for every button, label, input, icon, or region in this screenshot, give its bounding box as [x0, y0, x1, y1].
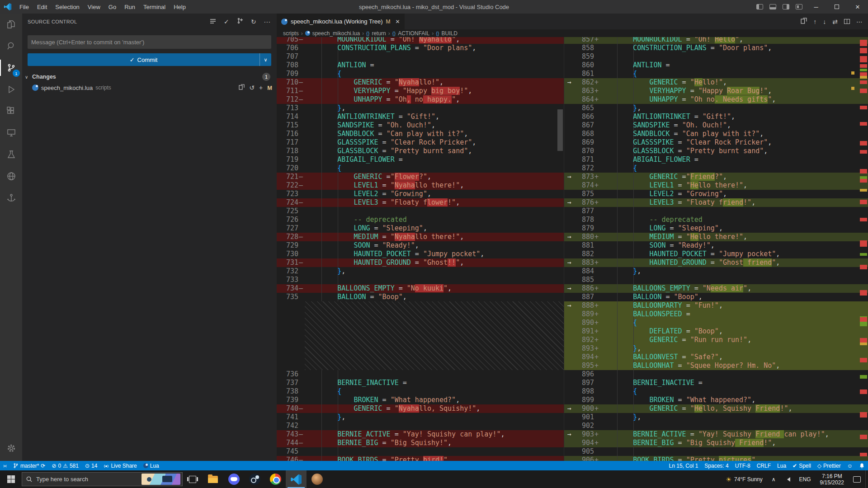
code-line[interactable]: 871 ABIGAIL_FLOWER = [564, 155, 868, 164]
weather-widget[interactable]: ☀ 74°F Sunny [721, 470, 767, 488]
code-line[interactable]: →880+ MEDIUM = "Hello there!", [564, 233, 868, 241]
code-line[interactable]: 878 -- deprecated [564, 216, 868, 224]
problems-indicator[interactable]: ⊘ 0 ⚠ 581 [48, 461, 82, 470]
line-number[interactable]: 714 [277, 113, 298, 121]
menu-edit[interactable]: Edit [33, 0, 51, 14]
cursor-position[interactable]: Ln 15, Col 1 [666, 461, 702, 470]
line-number[interactable]: 710 [277, 78, 298, 87]
code-line[interactable]: 731— HAUNTED_GROUND = "Ghost!!", [277, 258, 564, 267]
indentation[interactable]: Spaces: 4 [701, 461, 731, 470]
code-line[interactable]: 904+ BERNIE_BIG = "Big Squishy Friend!", [564, 439, 868, 447]
line-number[interactable]: 721 [277, 173, 298, 181]
code-line[interactable]: 891+ DEFLATED = "Boop", [564, 327, 868, 336]
code-line[interactable]: 719 ABIGAIL_FLOWER = [277, 155, 564, 164]
code-line[interactable]: 717 GLASSSPIKE = "Clear Rock Pricker", [277, 138, 564, 147]
close-button[interactable]: ✕ [847, 0, 868, 14]
line-number[interactable]: 891 [574, 327, 594, 336]
line-number[interactable]: 709 [277, 70, 298, 78]
code-line[interactable]: 881 SOON = "Ready!", [564, 241, 868, 250]
line-number[interactable]: 735 [277, 293, 298, 301]
code-line[interactable]: →900+ GENERIC = "Hello, Squishy Friend!"… [564, 404, 868, 413]
line-number[interactable]: 877 [574, 207, 594, 216]
line-number[interactable]: 892 [574, 336, 594, 344]
extra-counter[interactable]: ⊙ 14 [82, 461, 100, 470]
line-number[interactable]: 894 [574, 353, 594, 361]
code-line[interactable]: 733 [277, 276, 564, 284]
code-line[interactable]: 722— LEVEL1 = "Nyahallo there!", [277, 181, 564, 190]
line-number[interactable]: 727 [277, 224, 298, 233]
line-number[interactable]: 882 [574, 250, 594, 258]
line-number[interactable]: 902 [574, 422, 594, 430]
line-number[interactable]: 883 [574, 258, 594, 267]
line-number[interactable]: 720 [277, 164, 298, 173]
eol-sequence[interactable]: CRLF [754, 461, 774, 470]
line-number[interactable]: 858 [574, 44, 594, 52]
code-line[interactable]: 898 { [564, 387, 868, 396]
code-line[interactable]: 863+ VERYHAPPY = "Happy Roar Bug!", [564, 87, 868, 95]
line-number[interactable]: 716 [277, 130, 298, 138]
commit-message-input[interactable]: Message (Ctrl+Enter to commit on 'master… [28, 35, 271, 49]
code-line[interactable]: 720 { [277, 164, 564, 173]
breadcrumb-scripts[interactable]: scripts [283, 30, 299, 37]
menu-selection[interactable]: Selection [51, 0, 83, 14]
line-number[interactable]: 872 [574, 164, 594, 173]
search-icon[interactable] [0, 35, 22, 57]
line-number[interactable]: 861 [574, 70, 594, 78]
game-app-button[interactable] [307, 470, 327, 488]
open-file-icon[interactable] [239, 84, 245, 91]
create-branch-icon[interactable] [236, 18, 244, 25]
line-number[interactable]: 860 [574, 61, 594, 70]
commit-check-icon[interactable]: ✓ [222, 18, 231, 25]
code-line[interactable]: 713 }, [277, 104, 564, 113]
line-number[interactable]: 743 [277, 430, 298, 439]
code-line[interactable]: 885 [564, 276, 868, 284]
line-number[interactable]: 726 [277, 216, 298, 224]
line-number[interactable]: 873 [574, 173, 594, 181]
open-file-icon[interactable] [801, 18, 807, 25]
line-number[interactable]: 715 [277, 121, 298, 130]
line-number[interactable]: 895 [574, 361, 594, 370]
code-line[interactable]: →876+ LEVEL3 = "Floaty friend!", [564, 198, 868, 207]
code-line[interactable]: 735 BALLOON = "Boop", [277, 293, 564, 301]
line-number[interactable]: 734 [277, 284, 298, 293]
line-number[interactable]: 884 [574, 267, 594, 276]
code-line[interactable]: 894+ BALLOONVEST = "Safe?", [564, 353, 868, 361]
tab-speech-mikochi[interactable]: speech_mikochi.lua (Working Tree) M ✕ [277, 14, 405, 29]
code-line[interactable]: 895+ BALLOONHAT = "Squee Hopper? Hm. No"… [564, 361, 868, 370]
code-line[interactable]: 732 }, [277, 267, 564, 276]
line-number[interactable]: 905 [574, 447, 594, 456]
code-line[interactable]: 727 LONG = "Sleeping", [277, 224, 564, 233]
commit-button[interactable]: ✓ Commit ∨ [28, 53, 271, 66]
toggle-secondary-sidebar-icon[interactable] [783, 4, 789, 9]
breadcrumb-return[interactable]: return [372, 30, 386, 37]
code-line[interactable]: 738 { [277, 387, 564, 396]
prettier-status[interactable]: ◇ Prettier [814, 461, 844, 470]
code-line[interactable]: 712— UNHAPPY = "Oh, no happy.", [277, 95, 564, 104]
start-button[interactable] [0, 470, 22, 488]
line-number[interactable]: 737 [277, 379, 298, 387]
file-explorer-button[interactable] [203, 470, 223, 488]
code-line[interactable]: 882 HAUNTED_POCKET = "Jumpy pocket", [564, 250, 868, 258]
code-line[interactable]: 869 GLASSSPIKE = "Clear Rock Pricker", [564, 138, 868, 147]
code-line[interactable]: 879 LONG = "Sleeping", [564, 224, 868, 233]
line-number[interactable]: 899 [574, 396, 594, 404]
code-line[interactable]: →873+ GENERIC ="Friend?", [564, 173, 868, 181]
settings-gear-icon[interactable] [0, 437, 22, 459]
next-change-icon[interactable]: ↓ [823, 18, 826, 25]
line-number[interactable]: 897 [574, 379, 594, 387]
overview-ruler[interactable] [858, 37, 868, 461]
discord-button[interactable] [223, 470, 244, 488]
steam-button[interactable] [244, 470, 265, 488]
line-number[interactable]: 742 [277, 422, 298, 430]
view-sort-icon[interactable] [209, 18, 217, 25]
line-number[interactable]: 863 [574, 87, 594, 95]
more-actions-icon[interactable]: ··· [263, 18, 271, 25]
code-line[interactable]: 724— LEVEL3 = "Floaty flower!", [277, 198, 564, 207]
toggle-panel-icon[interactable] [769, 4, 776, 9]
code-line[interactable]: →886+ BALLOONS_EMPTY = "Needs air", [564, 284, 868, 293]
code-line[interactable]: 746— BOOK_BIRDS = "Pretty bird!", [277, 456, 564, 461]
restore-button[interactable] [826, 0, 847, 14]
breadcrumb[interactable]: scripts › speech_mikochi.lua › {} return… [277, 29, 868, 37]
line-number[interactable]: 728 [277, 233, 298, 241]
code-line[interactable]: 865 }, [564, 104, 868, 113]
